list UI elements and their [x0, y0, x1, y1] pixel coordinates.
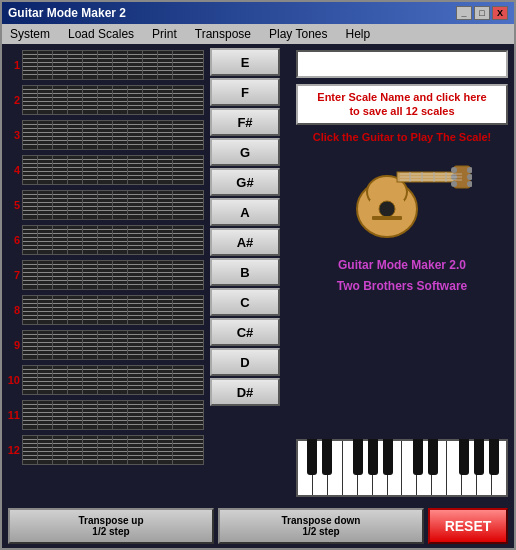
save-scales-button[interactable]: Enter Scale Name and click here to save …: [296, 84, 508, 125]
fret-number-8: 8: [6, 304, 20, 316]
fret-number-9: 9: [6, 339, 20, 351]
piano-white-key-13[interactable]: [477, 441, 492, 495]
fret-row-8: 8: [6, 293, 206, 326]
piano-white-key-12[interactable]: [462, 441, 477, 495]
bottom-panel: Transpose up1/2 step Transpose down1/2 s…: [2, 503, 514, 548]
fret-row-10: 10: [6, 363, 206, 396]
menu-transpose[interactable]: Transpose: [191, 26, 255, 42]
menu-print[interactable]: Print: [148, 26, 181, 42]
fretboard-1[interactable]: [22, 50, 204, 80]
piano-white-key-1[interactable]: [298, 441, 313, 495]
note-button-Fsharp[interactable]: F#: [210, 108, 280, 136]
piano-white-key-3[interactable]: [328, 441, 343, 495]
piano-white-key-8[interactable]: [402, 441, 417, 495]
transpose-up-label: Transpose up1/2 step: [78, 515, 143, 537]
fret-row-2: 2: [6, 83, 206, 116]
piano-white-key-10[interactable]: [432, 441, 447, 495]
note-button-Csharp[interactable]: C#: [210, 318, 280, 346]
note-button-B[interactable]: B: [210, 258, 280, 286]
transpose-up-button[interactable]: Transpose up1/2 step: [8, 508, 214, 544]
fret-row-1: 1: [6, 48, 206, 81]
brand-line1: Guitar Mode Maker 2.0: [296, 255, 508, 277]
piano-white-key-6[interactable]: [373, 441, 388, 495]
window-title: Guitar Mode Maker 2: [8, 6, 126, 20]
fret-row-5: 5: [6, 188, 206, 221]
piano-white-key-7[interactable]: [388, 441, 403, 495]
piano-white-keys: [296, 439, 508, 497]
note-button-Gsharp[interactable]: G#: [210, 168, 280, 196]
note-button-F[interactable]: F: [210, 78, 280, 106]
fret-number-10: 10: [6, 374, 20, 386]
piano-white-key-4[interactable]: [343, 441, 358, 495]
fret-number-7: 7: [6, 269, 20, 281]
fret-row-7: 7: [6, 258, 206, 291]
close-button[interactable]: X: [492, 6, 508, 20]
menu-play-tones[interactable]: Play Tones: [265, 26, 331, 42]
fretboard-3[interactable]: [22, 120, 204, 150]
menu-system[interactable]: System: [6, 26, 54, 42]
fret-row-4: 4: [6, 153, 206, 186]
fret-number-12: 12: [6, 444, 20, 456]
piano-white-key-9[interactable]: [417, 441, 432, 495]
menu-help[interactable]: Help: [341, 26, 374, 42]
note-button-Asharp[interactable]: A#: [210, 228, 280, 256]
note-button-Dsharp[interactable]: D#: [210, 378, 280, 406]
fretboard-5[interactable]: [22, 190, 204, 220]
minimize-button[interactable]: _: [456, 6, 472, 20]
note-button-G[interactable]: G: [210, 138, 280, 166]
fret-number-2: 2: [6, 94, 20, 106]
fret-number-5: 5: [6, 199, 20, 211]
note-button-A[interactable]: A: [210, 198, 280, 226]
fretboard-2[interactable]: [22, 85, 204, 115]
fretboard-9[interactable]: [22, 330, 204, 360]
svg-point-3: [379, 201, 395, 217]
notes-panel: E F F# G G# A A# B C C# D D#: [210, 48, 290, 499]
fret-row-3: 3: [6, 118, 206, 151]
piano-white-key-2[interactable]: [313, 441, 328, 495]
fret-row-12: 12: [6, 433, 206, 466]
right-panel: Enter Scale Name and click here to save …: [294, 48, 510, 499]
transpose-down-button[interactable]: Transpose down1/2 step: [218, 508, 424, 544]
fretboard-8[interactable]: [22, 295, 204, 325]
fret-row-11: 11: [6, 398, 206, 431]
piano-white-key-11[interactable]: [447, 441, 462, 495]
maximize-button[interactable]: □: [474, 6, 490, 20]
transpose-down-label: Transpose down1/2 step: [282, 515, 361, 537]
piano-keys-container: .bk { position:absolute; width:10px; hei…: [296, 439, 508, 497]
fretboard-11[interactable]: [22, 400, 204, 430]
piano-white-key-5[interactable]: [358, 441, 373, 495]
fretboard-12[interactable]: [22, 435, 204, 465]
fret-number-11: 11: [6, 409, 20, 421]
fretboard-10[interactable]: [22, 365, 204, 395]
guitar-image[interactable]: [296, 149, 508, 249]
note-button-E[interactable]: E: [210, 48, 280, 76]
fret-number-6: 6: [6, 234, 20, 246]
fret-number-1: 1: [6, 59, 20, 71]
reset-button[interactable]: RESET: [428, 508, 508, 544]
brand-line2: Two Brothers Software: [296, 276, 508, 298]
save-scales-line2: to save all 12 scales: [349, 105, 454, 117]
menu-load-scales[interactable]: Load Scales: [64, 26, 138, 42]
save-scales-line1: Enter Scale Name and click here: [317, 91, 486, 103]
click-guitar-label: Click the Guitar to Play The Scale!: [296, 131, 508, 143]
menu-bar: System Load Scales Print Transpose Play …: [2, 24, 514, 44]
branding-text: Guitar Mode Maker 2.0 Two Brothers Softw…: [296, 255, 508, 298]
fretboard-6[interactable]: [22, 225, 204, 255]
main-window: Guitar Mode Maker 2 _ □ X System Load Sc…: [0, 0, 516, 550]
scale-name-input[interactable]: [296, 50, 508, 78]
fretboard-panel: 1 2: [6, 48, 206, 499]
fretboard-4[interactable]: [22, 155, 204, 185]
fret-number-4: 4: [6, 164, 20, 176]
note-button-D[interactable]: D: [210, 348, 280, 376]
piano-white-key-14[interactable]: [492, 441, 506, 495]
svg-point-10: [451, 181, 457, 187]
guitar-svg: [332, 154, 472, 244]
note-button-C[interactable]: C: [210, 288, 280, 316]
fretboard-7[interactable]: [22, 260, 204, 290]
fret-number-3: 3: [6, 129, 20, 141]
title-bar-buttons: _ □ X: [456, 6, 508, 20]
svg-rect-15: [372, 216, 402, 220]
fret-row-6: 6: [6, 223, 206, 256]
fret-row-9: 9: [6, 328, 206, 361]
svg-point-6: [451, 167, 457, 173]
